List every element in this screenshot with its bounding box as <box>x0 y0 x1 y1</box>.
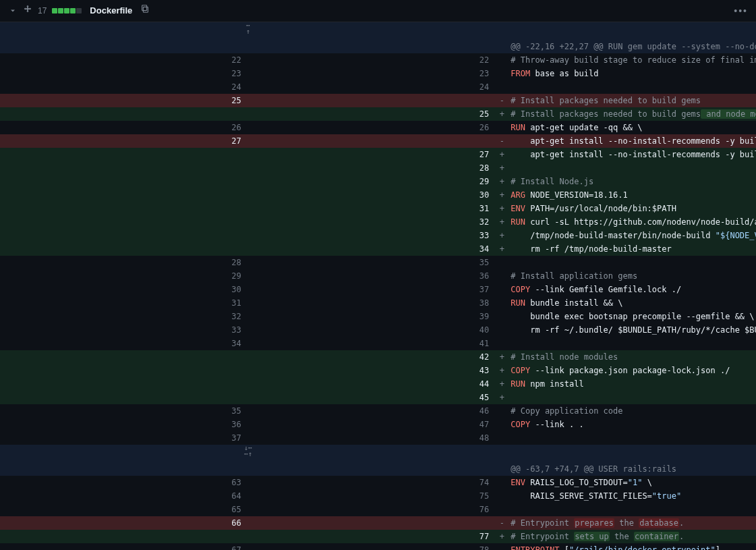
code-line: 32 39 bundle exec bootsnap precompile --… <box>0 310 756 323</box>
file-header: 17 Dockerfile ••• <box>0 0 756 22</box>
code-line: 64 75 RAILS_SERVE_STATIC_FILES="true" <box>0 489 756 503</box>
diff-table: ⋯↑ @@ -22,16 +22,27 @@ RUN gem update --… <box>0 22 756 550</box>
collapse-chevron-icon[interactable] <box>8 6 18 16</box>
code-line: 65 76 <box>0 503 756 516</box>
drag-handle-icon[interactable] <box>23 4 32 18</box>
code-line-deleted: 25 - # Install packages needed to build … <box>0 94 756 107</box>
code-line: 37 48 <box>0 431 756 445</box>
code-line: 24 24 <box>0 80 756 94</box>
code-line-added: 42 + # Install node modules <box>0 350 756 364</box>
code-line-added: 27 + apt-get install --no-install-recomm… <box>0 148 756 161</box>
hunk-header: @@ -63,7 +74,7 @@ USER rails:rails <box>0 462 756 476</box>
svg-rect-1 <box>142 5 147 11</box>
code-line: 23 23 FROM base as build <box>0 67 756 80</box>
code-line-deleted: 27 - apt-get install --no-install-recomm… <box>0 134 756 148</box>
file-menu-icon[interactable]: ••• <box>734 4 748 18</box>
copy-path-icon[interactable] <box>140 4 150 18</box>
expand-between-row[interactable]: ↓⋯⋯↑ <box>0 445 756 462</box>
code-line-added: 30 + ARG NODE_VERSION=18.16.1 <box>0 188 756 202</box>
expand-up-row[interactable]: ⋯↑ <box>0 22 756 40</box>
code-line-added: 28 + <box>0 161 756 175</box>
code-line: 67 78 ENTRYPOINT ["/rails/bin/docker-ent… <box>0 543 756 550</box>
code-line-added: 33 + /tmp/node-build-master/bin/node-bui… <box>0 229 756 242</box>
code-line-added: 25 + # Install packages needed to build … <box>0 107 756 121</box>
diffstat-bar <box>52 8 82 13</box>
code-line: 28 35 <box>0 256 756 269</box>
code-line: 63 74 ENV RAILS_LOG_TO_STDOUT="1" \ <box>0 476 756 489</box>
code-line: 36 47 COPY --link . . <box>0 418 756 431</box>
code-line-added: 45 + <box>0 391 756 404</box>
code-line-added: 29 + # Install Node.js <box>0 175 756 188</box>
code-line-added: 32 + RUN curl -sL https://github.com/nod… <box>0 215 756 229</box>
file-name[interactable]: Dockerfile <box>90 4 132 18</box>
change-count: 17 <box>38 4 47 18</box>
code-line: 33 40 rm -rf ~/.bundle/ $BUNDLE_PATH/rub… <box>0 323 756 337</box>
hunk-text: @@ -63,7 +74,7 @@ USER rails:rails <box>508 462 756 476</box>
code-line: 26 26 RUN apt-get update -qq && \ <box>0 121 756 134</box>
code-line: 34 41 <box>0 337 756 350</box>
code-line-added: 31 + ENV PATH=/usr/local/node/bin:$PATH <box>0 202 756 215</box>
code-line-added: 44 + RUN npm install <box>0 377 756 391</box>
code-line-added: 43 + COPY --link package.json package-lo… <box>0 364 756 377</box>
code-line: 22 22 # Throw-away build stage to reduce… <box>0 53 756 67</box>
code-line: 35 46 # Copy application code <box>0 404 756 418</box>
code-line: 29 36 # Install application gems <box>0 269 756 283</box>
code-line-deleted: 66 - # Entrypoint prepares the database. <box>0 516 756 530</box>
code-line: 31 38 RUN bundle install && \ <box>0 296 756 310</box>
code-line-added: 34 + rm -rf /tmp/node-build-master <box>0 242 756 256</box>
hunk-text: @@ -22,16 +22,27 @@ RUN gem update --sys… <box>508 40 756 53</box>
svg-rect-0 <box>144 7 148 12</box>
code-line-added: 77 + # Entrypoint sets up the container. <box>0 530 756 543</box>
code-line: 30 37 COPY --link Gemfile Gemfile.lock .… <box>0 283 756 296</box>
hunk-header: @@ -22,16 +22,27 @@ RUN gem update --sys… <box>0 40 756 53</box>
